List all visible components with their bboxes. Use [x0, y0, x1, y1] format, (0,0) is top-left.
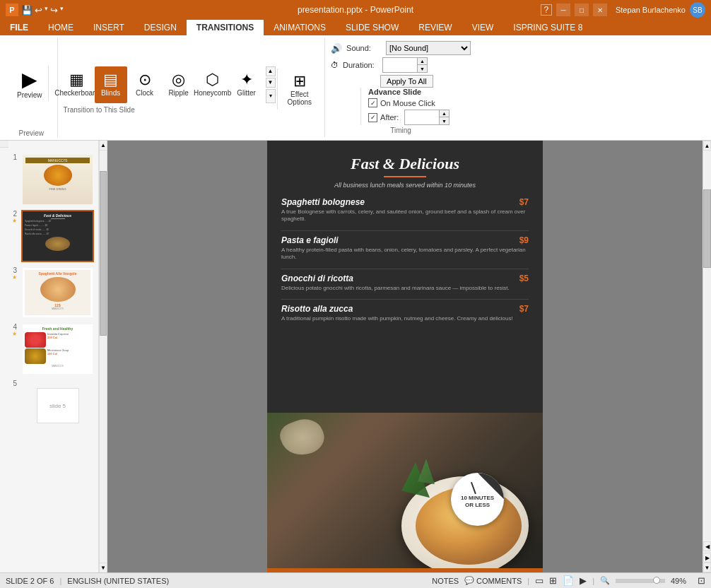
after-up-btn[interactable]: ▲ — [439, 110, 449, 117]
zoom-thumb[interactable] — [653, 577, 660, 584]
undo-qat-btn[interactable]: ↩ — [35, 5, 42, 16]
tab-home[interactable]: HOME — [38, 20, 83, 35]
slide-bottom-bar — [267, 568, 543, 572]
save-qat-btn[interactable]: 💾 — [21, 5, 33, 16]
slide-image-area: 10 MINUTESOR LESS — [267, 413, 543, 568]
slide-panel-vscroll: ▲ ▼ — [99, 141, 107, 572]
slide-title: Fast & Delicious — [281, 155, 529, 173]
apply-to-all-button[interactable]: Apply To All — [380, 75, 433, 88]
slide-thumb-1[interactable]: MANUCCI'S FINE DINING — [21, 153, 94, 206]
slide-num-2: 2 — [13, 210, 17, 218]
menu-item-2-desc: A healthy protein-filled pasta with bean… — [281, 247, 529, 261]
tab-ispring[interactable]: ISPRING SUITE 8 — [503, 20, 592, 35]
duration-up-btn[interactable]: ▲ — [417, 58, 427, 65]
slide-num-1: 1 — [13, 153, 17, 161]
slide-item-5[interactable]: 5 slide 5 — [4, 380, 94, 432]
glitter-label: Glitter — [237, 89, 256, 97]
preview-button[interactable]: ▶ Preview — [11, 66, 49, 101]
slide-scroll-up[interactable]: ▲ — [100, 141, 107, 151]
slide-sorter-btn[interactable]: ⊞ — [549, 575, 557, 586]
honeycomb-label: Honeycomb — [194, 89, 231, 97]
slide-item-3[interactable]: 3 ★ Spaghetti Alle Vongole 12$ MANUCCI'S — [4, 266, 94, 319]
transition-honeycomb[interactable]: ⬡ Honeycomb — [196, 66, 229, 103]
transition-clock[interactable]: ⊙ Clock — [129, 66, 161, 103]
checkerboard-icon: ▦ — [69, 72, 84, 88]
slide-num-5: 5 — [13, 380, 17, 387]
ribbon-group-timing: 🔊 Sound: [No Sound] ⏱ Duration: 01.60 ▲ … — [325, 38, 476, 137]
slide-thumb-2[interactable]: Fast & Delicious Spaghetti bolognese....… — [21, 210, 94, 262]
menu-item-3-price: $5 — [519, 274, 529, 283]
tab-design[interactable]: DESIGN — [134, 20, 187, 35]
slide-thumb-4[interactable]: Fresh and Healthy Insalata Caprese 238 C… — [21, 323, 94, 375]
after-input[interactable]: 00:03.00 — [405, 110, 439, 124]
menu-items-list: Spaghetti bolognese $7 A true Bolognese … — [281, 197, 529, 322]
after-checkbox[interactable] — [368, 113, 377, 122]
close-btn[interactable]: ✕ — [593, 4, 607, 16]
apply-to-all-row: Apply To All — [331, 75, 471, 88]
slide-scroll-thumb[interactable] — [100, 171, 107, 336]
slide-scroll-down[interactable]: ▼ — [100, 563, 107, 572]
slide-thumb-5[interactable]: slide 5 — [21, 380, 94, 432]
slide-item-4[interactable]: 4 ★ Fresh and Healthy Insalata Caprese 2… — [4, 323, 94, 375]
ripple-label: Ripple — [168, 89, 188, 97]
tab-review[interactable]: REVIEW — [409, 20, 462, 35]
ripple-icon: ◎ — [172, 72, 185, 88]
notes-btn[interactable]: NOTES — [432, 577, 459, 585]
transition-checkerboard[interactable]: ▦ Checkerboard — [61, 66, 93, 103]
customize-qat-btn[interactable]: ▾ — [60, 5, 64, 16]
on-mouse-click-checkbox[interactable] — [368, 98, 377, 107]
reading-view-btn[interactable]: 📄 — [563, 575, 574, 586]
blinds-label: Blinds — [101, 89, 120, 97]
comments-label: COMMENTS — [476, 577, 522, 585]
user-avatar[interactable]: SB — [690, 2, 705, 18]
slide-item-1[interactable]: 1 MANUCCI'S FINE DINING — [4, 153, 94, 206]
effect-options-button[interactable]: ⊞ EffectOptions — [282, 70, 317, 108]
duration-spinbox[interactable]: 01.60 ▲ ▼ — [382, 57, 428, 73]
menu-item-4-desc: A traditional pumpkin risotto made with … — [281, 315, 529, 322]
scroll-down-btn[interactable]: ▼ — [266, 78, 276, 88]
restore-btn[interactable]: □ — [575, 4, 589, 16]
tab-slideshow[interactable]: SLIDE SHOW — [336, 20, 409, 35]
comments-btn[interactable]: 💬 COMMENTS — [464, 576, 522, 585]
window-title: presentation.pptx - PowerPoint — [298, 5, 413, 15]
status-right: NOTES 💬 COMMENTS | ▭ ⊞ 📄 ▶ | 🔍 49% ⊡ — [432, 575, 705, 586]
transition-blinds[interactable]: ▤ Blinds — [95, 66, 127, 103]
duration-down-btn[interactable]: ▼ — [417, 65, 427, 72]
title-bar: P 💾 ↩ ▾ ↪ ▾ presentation.pptx - PowerPoi… — [0, 0, 711, 20]
slide-list: 1 MANUCCI'S FINE DINING 2 ★ — [0, 148, 98, 572]
fit-slide-btn[interactable]: ⊡ — [698, 575, 705, 586]
tab-view[interactable]: VIEW — [462, 20, 504, 35]
transition-ripple[interactable]: ◎ Ripple — [163, 66, 195, 103]
scroll-more-btn[interactable]: ▾ — [266, 89, 276, 103]
slide-thumb-3[interactable]: Spaghetti Alle Vongole 12$ MANUCCI'S — [21, 266, 94, 319]
after-down-btn[interactable]: ▼ — [439, 117, 449, 124]
tab-animations[interactable]: ANIMATIONS — [264, 20, 336, 35]
slide-title-underline — [384, 176, 426, 177]
vscroll-track — [703, 151, 711, 541]
after-spinbox[interactable]: 00:03.00 ▲ ▼ — [404, 110, 449, 125]
tab-insert[interactable]: INSERT — [83, 20, 134, 35]
duration-input[interactable]: 01.60 — [383, 58, 417, 72]
preview-label: Preview — [17, 91, 42, 99]
slide-panel: 1 MANUCCI'S FINE DINING 2 ★ — [0, 141, 99, 572]
honeycomb-icon: ⬡ — [206, 72, 219, 88]
glitter-icon: ✦ — [240, 72, 253, 88]
checkerboard-label: Checkerboard — [54, 89, 99, 97]
tab-file[interactable]: FILE — [0, 20, 38, 35]
normal-view-btn[interactable]: ▭ — [535, 575, 543, 586]
undo-dropdown-btn[interactable]: ▾ — [45, 5, 48, 16]
transition-glitter[interactable]: ✦ Glitter — [230, 66, 263, 103]
tab-transitions[interactable]: TRANSITIONS — [187, 20, 264, 35]
menu-item-4: Risotto alla zucca $7 A traditional pump… — [281, 304, 529, 322]
zoom-slider[interactable] — [616, 579, 665, 583]
redo-qat-btn[interactable]: ↪ — [50, 5, 58, 16]
slide-item-2[interactable]: 2 ★ Fast & Delicious Spaghetti bolognese… — [4, 210, 94, 262]
slideshow-btn[interactable]: ▶ — [580, 575, 587, 586]
vscroll-thumb[interactable] — [703, 189, 711, 268]
scroll-up-btn[interactable]: ▲ — [266, 66, 276, 76]
sound-select[interactable]: [No Sound] — [386, 41, 471, 55]
zoom-icon: 🔍 — [600, 576, 610, 585]
slide-num-4: 4 — [13, 323, 17, 331]
help-btn[interactable]: ? — [541, 4, 552, 16]
minimize-btn[interactable]: ─ — [556, 4, 570, 16]
